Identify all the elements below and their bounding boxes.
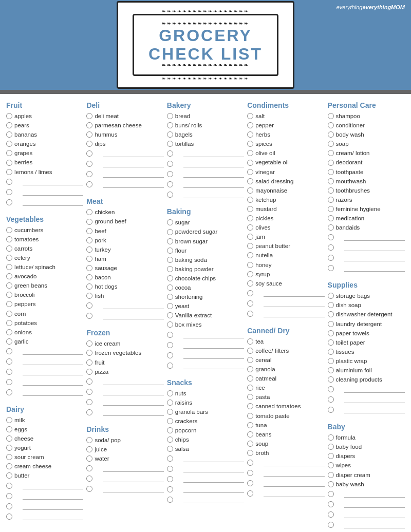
- list-item[interactable]: crackers: [167, 417, 244, 425]
- checkbox-circle-blank[interactable]: [6, 514, 12, 520]
- list-item[interactable]: beef: [86, 227, 163, 235]
- blank-item-row[interactable]: [86, 311, 163, 320]
- list-item[interactable]: frozen vegetables: [86, 349, 163, 357]
- checkbox-circle[interactable]: [328, 330, 334, 336]
- list-item[interactable]: raisins: [167, 398, 244, 407]
- blank-item-row[interactable]: [86, 169, 163, 179]
- list-item[interactable]: baking soda: [167, 256, 244, 264]
- checkbox-circle-blank[interactable]: [86, 476, 92, 482]
- checkbox-circle[interactable]: [328, 444, 334, 450]
- checkbox-circle[interactable]: [247, 243, 253, 249]
- list-item[interactable]: medication: [328, 214, 405, 222]
- checkbox-circle-blank[interactable]: [86, 161, 92, 167]
- checkbox-circle[interactable]: [247, 234, 253, 240]
- checkbox-circle[interactable]: [247, 413, 253, 419]
- list-item[interactable]: diapers: [328, 452, 405, 460]
- checkbox-circle[interactable]: [86, 293, 92, 299]
- list-item[interactable]: toothbrushes: [328, 186, 405, 195]
- checkbox-circle[interactable]: [167, 122, 173, 128]
- list-item[interactable]: granola: [247, 365, 324, 373]
- checkbox-circle-blank[interactable]: [167, 192, 173, 198]
- checkbox-circle[interactable]: [167, 446, 173, 452]
- checkbox-circle[interactable]: [6, 426, 12, 432]
- list-item[interactable]: broccoli: [6, 291, 83, 299]
- checkbox-circle[interactable]: [328, 349, 334, 355]
- blank-item-row[interactable]: [6, 377, 83, 387]
- checkbox-circle[interactable]: [86, 446, 92, 452]
- blank-item-row[interactable]: [86, 387, 163, 396]
- checkbox-circle-blank[interactable]: [247, 460, 253, 466]
- checkbox-circle-blank[interactable]: [167, 171, 173, 177]
- blank-item-row[interactable]: [6, 177, 83, 186]
- checkbox-circle[interactable]: [6, 311, 12, 317]
- list-item[interactable]: sour cream: [6, 453, 83, 461]
- checkbox-circle[interactable]: [86, 141, 92, 147]
- blank-item-row[interactable]: [6, 347, 83, 356]
- checkbox-circle[interactable]: [328, 131, 334, 138]
- checkbox-circle-blank[interactable]: [328, 234, 334, 240]
- blank-item-row[interactable]: [328, 253, 405, 262]
- list-item[interactable]: feminine hygiene: [328, 205, 405, 213]
- checkbox-circle-blank[interactable]: [328, 244, 334, 251]
- list-item[interactable]: powdered sugar: [167, 227, 244, 236]
- list-item[interactable]: soup: [247, 440, 324, 448]
- list-item[interactable]: diaper cream: [328, 471, 405, 479]
- checkbox-circle[interactable]: [328, 215, 334, 221]
- checkbox-circle[interactable]: [167, 248, 173, 254]
- checkbox-circle[interactable]: [328, 169, 334, 175]
- blank-item-row[interactable]: [167, 474, 244, 484]
- list-item[interactable]: olives: [247, 223, 324, 232]
- checkbox-circle-blank[interactable]: [247, 311, 253, 317]
- checkbox-circle-blank[interactable]: [167, 352, 173, 358]
- checkbox-circle[interactable]: [6, 160, 12, 166]
- list-item[interactable]: soda/ pop: [86, 436, 163, 444]
- list-item[interactable]: nuts: [167, 389, 244, 397]
- checkbox-circle[interactable]: [6, 417, 12, 423]
- checkbox-circle[interactable]: [247, 141, 253, 147]
- checkbox-circle[interactable]: [247, 366, 253, 372]
- list-item[interactable]: chocolate chips: [167, 274, 244, 282]
- list-item[interactable]: pickles: [247, 214, 324, 222]
- list-item[interactable]: sausage: [86, 264, 163, 272]
- checkbox-circle-blank[interactable]: [6, 503, 12, 509]
- checkbox-circle[interactable]: [167, 294, 173, 300]
- checkbox-circle[interactable]: [328, 160, 334, 166]
- checkbox-circle-blank[interactable]: [247, 290, 253, 296]
- checkbox-circle[interactable]: [6, 113, 12, 119]
- checkbox-circle-blank[interactable]: [86, 378, 92, 385]
- blank-item-row[interactable]: [247, 289, 324, 298]
- checkbox-circle[interactable]: [247, 169, 253, 175]
- list-item[interactable]: vinegar: [247, 168, 324, 176]
- checkbox-circle[interactable]: [247, 262, 253, 268]
- checkbox-circle[interactable]: [247, 338, 253, 345]
- blank-item-row[interactable]: [86, 484, 163, 493]
- list-item[interactable]: cheese: [6, 434, 83, 443]
- checkbox-circle-blank[interactable]: [247, 480, 253, 486]
- blank-item-row[interactable]: [167, 485, 244, 494]
- list-item[interactable]: turkey: [86, 245, 163, 254]
- blank-item-row[interactable]: [6, 357, 83, 366]
- checkbox-circle[interactable]: [6, 236, 12, 242]
- list-item[interactable]: cream cheese: [6, 462, 83, 470]
- list-item[interactable]: corn: [6, 310, 83, 318]
- list-item[interactable]: spices: [247, 140, 324, 148]
- list-item[interactable]: wipes: [328, 461, 405, 469]
- list-item[interactable]: garlic: [6, 337, 83, 346]
- checkbox-circle[interactable]: [86, 113, 92, 119]
- blank-item-row[interactable]: [247, 489, 324, 498]
- checkbox-circle[interactable]: [167, 418, 173, 424]
- blank-item-row[interactable]: [328, 510, 405, 519]
- checkbox-circle[interactable]: [6, 245, 12, 252]
- checkbox-circle[interactable]: [6, 463, 12, 469]
- checkbox-circle-blank[interactable]: [328, 511, 334, 518]
- checkbox-circle[interactable]: [167, 257, 173, 263]
- list-item[interactable]: peanut butter: [247, 242, 324, 250]
- list-item[interactable]: coffee/ filters: [247, 347, 324, 355]
- blank-item-row[interactable]: [6, 481, 83, 490]
- checkbox-circle[interactable]: [86, 455, 92, 462]
- list-item[interactable]: buns/ rolls: [167, 121, 244, 129]
- list-item[interactable]: green beans: [6, 281, 83, 290]
- checkbox-circle-blank[interactable]: [86, 409, 92, 415]
- list-item[interactable]: parmesan cheese: [86, 121, 163, 129]
- blank-item-row[interactable]: [167, 180, 244, 189]
